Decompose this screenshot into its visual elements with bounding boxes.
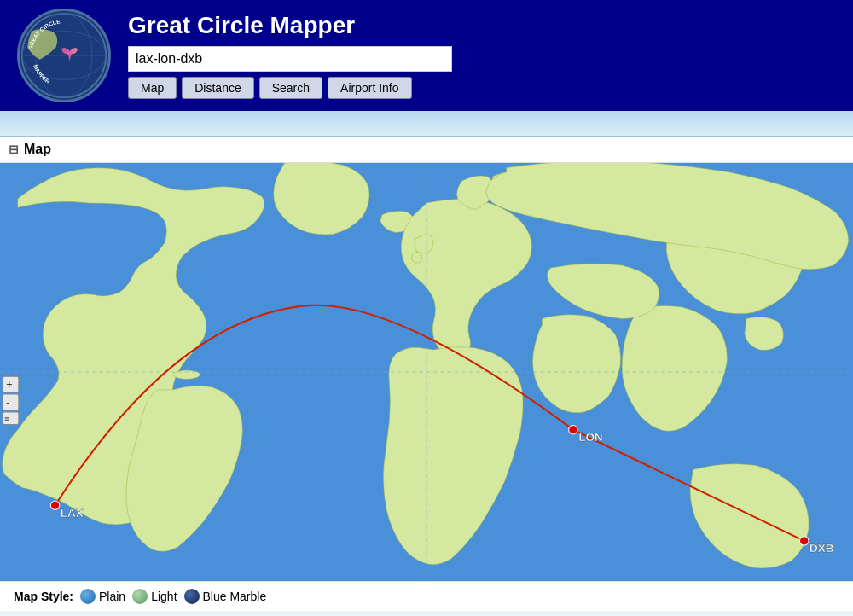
map-container: LAX LON DXB + - ≡	[0, 163, 853, 581]
style-plain-label: Plain	[99, 590, 125, 603]
svg-point-10	[50, 501, 59, 509]
map-style-label: Map Style:	[14, 590, 73, 603]
style-light[interactable]: Light	[132, 589, 177, 604]
logo: GREAT CIRCLE MAPPER	[17, 9, 111, 102]
map-section: ⊟ Map	[0, 137, 853, 611]
map-header: ⊟ Map	[0, 137, 853, 163]
route-input[interactable]	[128, 46, 452, 72]
nav-buttons: Map Distance Search Airport Info	[128, 77, 452, 99]
svg-text:-: -	[6, 397, 9, 409]
app-title: Great Circle Mapper	[128, 12, 452, 39]
svg-rect-18	[3, 394, 19, 410]
svg-text:DXB: DXB	[809, 542, 834, 555]
style-light-label: Light	[151, 590, 177, 603]
header: GREAT CIRCLE MAPPER Great Circle Mapper …	[0, 0, 853, 111]
airport-info-button[interactable]: Airport Info	[328, 77, 411, 99]
header-content: Great Circle Mapper Map Distance Search …	[128, 12, 452, 99]
marble-globe-icon	[184, 589, 200, 604]
svg-point-12	[569, 426, 577, 434]
search-bar: Map Distance Search Airport Info	[128, 46, 452, 99]
search-button[interactable]: Search	[259, 77, 322, 99]
svg-text:LAX: LAX	[61, 507, 84, 520]
style-marble-label: Blue Marble	[203, 590, 267, 603]
light-globe-icon	[132, 589, 148, 604]
svg-text:LON: LON	[578, 431, 603, 444]
plain-globe-icon	[80, 589, 96, 604]
style-marble[interactable]: Blue Marble	[184, 589, 267, 604]
map-footer: Map Style: Plain Light Blue Marble	[0, 581, 853, 611]
svg-point-7	[173, 370, 200, 379]
subheader	[0, 111, 853, 137]
map-svg: LAX LON DXB + - ≡	[0, 163, 853, 581]
style-plain[interactable]: Plain	[80, 589, 125, 604]
map-icon: ⊟	[9, 142, 19, 156]
svg-point-14	[800, 537, 809, 545]
svg-text:+: +	[6, 379, 12, 391]
map-title: Map	[24, 142, 51, 157]
distance-button[interactable]: Distance	[182, 77, 253, 99]
svg-text:≡: ≡	[4, 415, 9, 423]
map-button[interactable]: Map	[128, 77, 177, 99]
